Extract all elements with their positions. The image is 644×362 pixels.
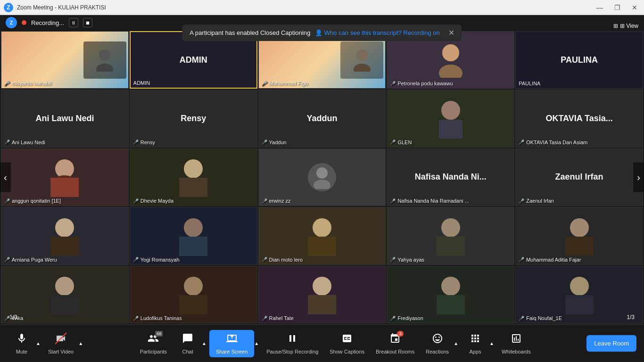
breakout-rooms-button[interactable]: 3 Breakout Rooms <box>371 330 419 357</box>
mute-caret[interactable]: ▲ <box>35 338 41 349</box>
svg-point-22 <box>441 218 460 237</box>
tile-frediyason[interactable]: 🎤 Frediyason <box>387 266 514 323</box>
recording-text: Recording... <box>31 19 64 26</box>
apps-button[interactable]: Apps <box>461 330 489 357</box>
tile-large-name-yaddun: Yaddun <box>306 114 337 123</box>
tile-glen[interactable]: 🎤 GLEN <box>387 90 514 147</box>
tile-zaenul[interactable]: Zaenul Irfan 🎤 Zaenul Irfan <box>515 148 643 206</box>
notification-text: A participant has enabled Closed Caption… <box>190 29 310 36</box>
chat-icon <box>182 333 193 347</box>
chat-label: Chat <box>182 349 193 354</box>
reactions-caret[interactable]: ▲ <box>453 338 459 349</box>
minimize-button[interactable]: — <box>594 3 606 12</box>
share-screen-caret[interactable]: ▲ <box>253 338 260 349</box>
mute-label: Mute <box>16 349 27 354</box>
share-screen-button[interactable]: Share Screen <box>209 330 254 357</box>
svg-point-6 <box>442 44 459 61</box>
recording-dot <box>22 20 26 25</box>
tile-faiq[interactable]: 🎤 Faiq Noufal_1E <box>515 266 643 323</box>
tile-paulina[interactable]: PAULINA PAULINA <box>515 31 643 89</box>
tile-arniana[interactable]: 🎤 Arniana Puga Weru <box>1 207 129 264</box>
chat-button[interactable]: Chat <box>173 330 202 357</box>
close-button[interactable]: ✕ <box>629 3 640 12</box>
mute-icon-yaddun: 🎤 <box>262 140 267 145</box>
tile-dhevie[interactable]: 🎤 Dhevie Mayda <box>130 148 257 206</box>
zoom-logo: Z <box>4 3 13 12</box>
svg-point-16 <box>55 218 74 237</box>
svg-point-12 <box>184 159 203 178</box>
svg-rect-31 <box>308 295 336 314</box>
mute-icon-ani: 🎤 <box>4 140 10 145</box>
svg-rect-23 <box>437 237 465 256</box>
video-label: Start Video <box>48 349 74 354</box>
page-indicator-right: 1/3 <box>627 314 635 321</box>
mute-icon-faiq: 🎤 <box>519 316 524 321</box>
mute-icon-yogi: 🎤 <box>133 257 139 262</box>
tile-large-name-ani: Ani Lawu Nedi <box>35 114 94 123</box>
chat-caret[interactable]: ▲ <box>201 338 207 349</box>
title-bar: Z Zoom Meeting - KULIAH PRAKTISI — ❐ ✕ <box>0 0 644 15</box>
nav-arrow-left[interactable]: ‹ <box>0 163 11 192</box>
nav-arrow-right[interactable]: › <box>633 163 644 192</box>
tile-rahel[interactable]: 🎤 Rahel Tate <box>258 266 386 323</box>
tile-name-ani: 🎤 Ani Lawu Nedi <box>4 140 45 145</box>
tile-name-aditia: 🎤 Muhammad Aditia Fajar <box>519 257 581 263</box>
tile-dian[interactable]: 🎤 Dian moto lero <box>258 207 386 264</box>
mute-icon-rahel: 🎤 <box>262 316 267 321</box>
tile-wika[interactable]: 🎤 Wika <box>1 266 129 323</box>
svg-point-20 <box>313 218 331 237</box>
tile-name-anggun: 🎤 anggun qonitatin [1E] <box>4 198 61 204</box>
view-button[interactable]: ⊞ ⊞ View <box>613 23 638 29</box>
mute-icon-frediyason: 🎤 <box>390 316 396 321</box>
tile-nafisa[interactable]: Nafisa Nanda Ni... 🎤 Nafisa Nanda Nia Ra… <box>387 148 514 206</box>
svg-point-24 <box>570 218 589 237</box>
title-bar-controls[interactable]: — ❐ ✕ <box>594 3 640 12</box>
tile-ani[interactable]: Ani Lawu Nedi 🎤 Ani Lawu Nedi <box>1 90 129 147</box>
svg-rect-29 <box>179 295 207 314</box>
svg-rect-27 <box>50 295 79 314</box>
reactions-button[interactable]: Reactions <box>421 330 454 357</box>
video-caret[interactable]: ▲ <box>77 338 84 349</box>
participants-icon: 68 <box>148 333 159 347</box>
tile-yahya[interactable]: 🎤 Yahya ayas <box>387 207 514 264</box>
svg-rect-13 <box>179 178 207 197</box>
tile-name-arniana: 🎤 Arniana Puga Weru <box>4 257 57 263</box>
svg-point-26 <box>55 277 74 296</box>
tile-rensy[interactable]: Rensy 🎤 Rensy <box>130 90 257 147</box>
tile-oktavia[interactable]: OKTAVIA Tasia... 🎤 OKTAVIA Tasia Dan Asi… <box>515 90 643 147</box>
breakout-icon: 3 <box>389 333 401 347</box>
tile-aditia[interactable]: 🎤 Muhammad Aditia Fajar <box>515 207 643 264</box>
tile-name-frediyason: 🎤 Frediyason <box>390 315 423 321</box>
leave-room-button[interactable]: Leave Room <box>586 335 636 352</box>
apps-caret[interactable]: ▲ <box>488 338 495 349</box>
transcript-link[interactable]: 👤 Who can see this transcript? Recording… <box>315 29 440 36</box>
tile-name-misyanto: 🎤 misyanto isahabil <box>4 81 51 86</box>
notification-close[interactable]: ✕ <box>448 28 454 37</box>
tile-large-name-zaenul: Zaenul Irfan <box>555 172 603 182</box>
pause-recording-button[interactable]: ⏸ <box>69 18 78 27</box>
toolbar-left: Mute ▲ Start Video ▲ <box>8 330 84 357</box>
svg-point-32 <box>441 277 460 296</box>
tile-yaddun[interactable]: Yaddun 🎤 Yaddun <box>258 90 386 147</box>
view-icon: ⊞ <box>613 23 618 29</box>
tile-ludofikus[interactable]: 🎤 Ludofikus Taninas <box>130 266 257 323</box>
mute-button[interactable]: Mute <box>8 330 36 357</box>
tile-erwinz[interactable]: 🎤 erwinz zz <box>258 148 386 206</box>
pause-recording-button[interactable]: Pause/Stop Recording <box>262 330 323 357</box>
tile-name-yogi: 🎤 Yogi Romansyah <box>133 257 180 263</box>
tile-anggun[interactable]: 🎤 anggun qonitatin [1E] <box>1 148 129 206</box>
show-captions-button[interactable]: Show Captions <box>325 330 369 357</box>
participants-button[interactable]: 68 Participants <box>135 330 172 357</box>
tile-large-name-nafisa: Nafisa Nanda Ni... <box>415 172 487 182</box>
tile-yogi[interactable]: 🎤 Yogi Romansyah <box>130 207 257 264</box>
whiteboards-button[interactable]: Whiteboards <box>497 330 536 357</box>
tile-misyanto[interactable]: 🎤 misyanto isahabil <box>1 31 129 89</box>
start-video-button[interactable]: Start Video <box>43 330 78 357</box>
maximize-button[interactable]: ❐ <box>611 3 623 12</box>
svg-point-18 <box>184 218 203 237</box>
tile-name-petronela: 🎤 Petronela podu kawawu <box>390 81 453 86</box>
svg-point-5 <box>439 65 462 78</box>
notification-banner: A participant has enabled Closed Caption… <box>182 25 462 41</box>
stop-recording-button[interactable]: ⏹ <box>83 18 92 27</box>
svg-point-30 <box>313 277 331 296</box>
